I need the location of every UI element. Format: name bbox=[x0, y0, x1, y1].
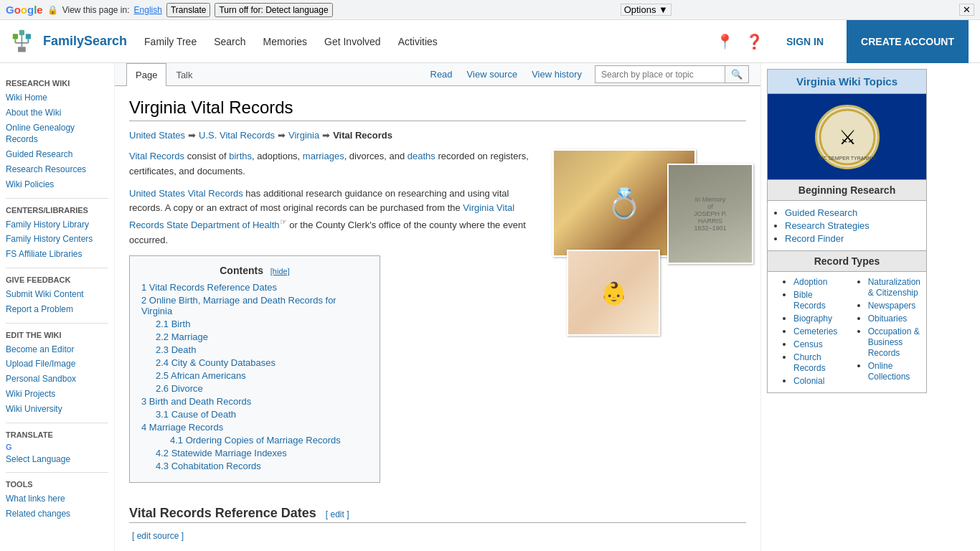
language-link[interactable]: English bbox=[134, 5, 162, 15]
select-language-link[interactable]: Select Language bbox=[6, 452, 108, 467]
search-button[interactable]: 🔍 bbox=[725, 66, 748, 83]
breadcrumb-united-states[interactable]: United States bbox=[129, 130, 185, 141]
edit-link-ref-dates[interactable]: [ edit ] bbox=[326, 509, 349, 519]
sidebar-item-wiki-university[interactable]: Wiki University bbox=[6, 402, 108, 417]
contents-link-2-3[interactable]: 2.3 Death bbox=[156, 344, 196, 355]
sidebar-item-related-changes[interactable]: Related changes bbox=[6, 507, 108, 522]
online-collections-link[interactable]: Online Collections bbox=[868, 361, 910, 382]
breadcrumb-us-vital[interactable]: U.S. Vital Records bbox=[199, 130, 275, 141]
nav-memories[interactable]: Memories bbox=[263, 33, 307, 50]
help-icon-button[interactable]: ❓ bbox=[745, 33, 763, 50]
virginia-dept-link[interactable]: Virginia Vital Records State Department … bbox=[129, 202, 514, 230]
sidebar-item-online-genealogy[interactable]: Online Genealogy Records bbox=[6, 121, 108, 148]
sidebar-item-about-wiki[interactable]: About the Wiki bbox=[6, 105, 108, 121]
section-heading-ref-dates: Vital Records Reference Dates [ edit ] bbox=[129, 506, 746, 523]
turn-off-button[interactable]: Turn off for: Detect language bbox=[215, 3, 332, 17]
contents-item-1: 1 Vital Records Reference Dates bbox=[141, 282, 368, 293]
church-records-link[interactable]: Church Records bbox=[793, 352, 826, 373]
sidebar-item-become-editor[interactable]: Become an Editor bbox=[6, 342, 108, 357]
contents-item-3: 3 Birth and Death Records 3.1 Cause of D… bbox=[141, 396, 368, 420]
sidebar-item-family-history-library[interactable]: Family History Library bbox=[6, 217, 108, 232]
bible-records-link[interactable]: Bible Records bbox=[793, 290, 826, 311]
options-button[interactable]: Options ▼ bbox=[621, 4, 672, 16]
research-strategies-link[interactable]: Research Strategies bbox=[785, 220, 870, 231]
sidebar-item-wiki-policies[interactable]: Wiki Policies bbox=[6, 177, 108, 192]
tab-view-source[interactable]: View source bbox=[460, 63, 525, 85]
sign-in-button[interactable]: SIGN IN bbox=[775, 36, 835, 47]
colonial-link[interactable]: Colonial bbox=[793, 376, 824, 386]
contents-link-2-2[interactable]: 2.2 Marriage bbox=[156, 331, 208, 342]
google-logo: Google bbox=[6, 4, 43, 16]
nav-icons: 📍 ❓ SIGN IN CREATE ACCOUNT bbox=[716, 20, 969, 63]
contents-link-1[interactable]: 1 Vital Records Reference Dates bbox=[141, 282, 277, 293]
sidebar-item-wiki-projects[interactable]: Wiki Projects bbox=[6, 387, 108, 402]
contents-link-2-6[interactable]: 2.6 Divorce bbox=[156, 383, 203, 394]
vital-records-link[interactable]: Vital Records bbox=[129, 151, 184, 161]
sidebar-item-fs-affiliate[interactable]: FS Affiliate Libraries bbox=[6, 247, 108, 262]
contents-item-2-4: 2.4 City & County Databases bbox=[156, 357, 368, 368]
contents-link-4[interactable]: 4 Marriage Records bbox=[141, 422, 223, 433]
contents-sublist-2: 2.1 Birth 2.2 Marriage 2.3 Death 2.4 Cit… bbox=[156, 319, 368, 394]
biography-link[interactable]: Biography bbox=[793, 314, 832, 324]
nav-activities[interactable]: Activities bbox=[398, 33, 438, 50]
sidebar-divider-1 bbox=[6, 198, 108, 199]
contents-link-4-2[interactable]: 4.2 Statewide Marriage Indexes bbox=[156, 448, 287, 458]
contents-link-3[interactable]: 3 Birth and Death Records bbox=[141, 396, 251, 407]
location-icon-button[interactable]: 📍 bbox=[716, 33, 734, 50]
contents-link-2-4[interactable]: 2.4 City & County Databases bbox=[156, 357, 275, 368]
content-and-right: Page Talk Read View source View history … bbox=[115, 63, 980, 551]
record-finder-link[interactable]: Record Finder bbox=[785, 233, 844, 244]
nav-search[interactable]: Search bbox=[214, 33, 245, 50]
cemeteries-link[interactable]: Cemeteries bbox=[793, 326, 837, 336]
sidebar-item-submit-wiki[interactable]: Submit Wiki Content bbox=[6, 287, 108, 302]
nav-family-tree[interactable]: Family Tree bbox=[144, 33, 197, 50]
search-input[interactable] bbox=[595, 67, 725, 83]
logo-link[interactable]: FamilySearch bbox=[11, 29, 127, 55]
sidebar-item-report-problem[interactable]: Report a Problem bbox=[6, 302, 108, 317]
contents-link-3-1[interactable]: 3.1 Cause of Death bbox=[156, 409, 236, 420]
photo-collage: 💍 In MemoryofJOSEPH P.HARRIS1832–1901 👶 bbox=[545, 149, 746, 343]
marriages-link[interactable]: marriages bbox=[303, 151, 344, 161]
nav-get-involved[interactable]: Get Involved bbox=[324, 33, 381, 50]
record-types-left-list: Adoption Bible Records Biography Cemeter… bbox=[773, 276, 845, 388]
sidebar-section-edit: Edit the Wiki bbox=[6, 331, 108, 339]
occupation-link[interactable]: Occupation & Business Records bbox=[868, 326, 920, 358]
create-account-button[interactable]: CREATE ACCOUNT bbox=[847, 20, 969, 63]
list-item-census: Census bbox=[793, 339, 845, 349]
tab-talk[interactable]: Talk bbox=[166, 63, 202, 86]
sidebar-item-upload-file[interactable]: Upload File/Image bbox=[6, 357, 108, 372]
contents-link-2[interactable]: 2 Online Birth, Marriage and Death Recor… bbox=[141, 295, 336, 316]
select-language-widget[interactable]: G Select Language bbox=[6, 442, 108, 467]
edit-source-link[interactable]: [ edit source ] bbox=[132, 531, 184, 541]
newspapers-link[interactable]: Newspapers bbox=[868, 301, 916, 311]
obituaries-link[interactable]: Obituaries bbox=[868, 314, 908, 324]
naturalization-link[interactable]: Naturalization & Citizenship bbox=[868, 277, 920, 298]
contents-link-2-1[interactable]: 2.1 Birth bbox=[156, 319, 190, 329]
us-vital-records-link[interactable]: United States Vital Records bbox=[129, 188, 243, 199]
deaths-link[interactable]: deaths bbox=[407, 151, 435, 161]
contents-item-4: 4 Marriage Records 4.1 Ordering Copies o… bbox=[141, 422, 368, 471]
close-translate-button[interactable]: ✕ bbox=[959, 4, 974, 16]
births-link[interactable]: births bbox=[229, 151, 252, 161]
contents-link-2-5[interactable]: 2.5 African Americans bbox=[156, 370, 246, 381]
list-item-church-records: Church Records bbox=[793, 352, 845, 373]
breadcrumb-virginia[interactable]: Virginia bbox=[288, 130, 319, 141]
tab-view-history[interactable]: View history bbox=[524, 63, 589, 85]
hide-contents-link[interactable]: [hide] bbox=[270, 267, 290, 276]
translate-button[interactable]: Translate bbox=[166, 3, 211, 17]
tab-page[interactable]: Page bbox=[126, 63, 166, 86]
sidebar-item-guided-research[interactable]: Guided Research bbox=[6, 147, 108, 162]
article: Virginia Vital Records United States ➡ U… bbox=[115, 86, 760, 551]
sidebar-item-family-history-centers[interactable]: Family History Centers bbox=[6, 232, 108, 247]
census-link[interactable]: Census bbox=[793, 339, 823, 349]
contents-link-4-1[interactable]: 4.1 Ordering Copies of Marriage Records bbox=[170, 435, 341, 446]
sidebar-item-wiki-home[interactable]: Wiki Home bbox=[6, 90, 108, 105]
sidebar-item-what-links[interactable]: What links here bbox=[6, 491, 108, 507]
sidebar-item-research-resources[interactable]: Research Resources bbox=[6, 162, 108, 177]
contents-link-4-3[interactable]: 4.3 Cohabitation Records bbox=[156, 461, 261, 471]
svg-rect-0 bbox=[13, 34, 18, 39]
guided-research-link[interactable]: Guided Research bbox=[785, 207, 857, 218]
sidebar-item-personal-sandbox[interactable]: Personal Sandbox bbox=[6, 372, 108, 387]
tab-read[interactable]: Read bbox=[423, 63, 460, 85]
adoption-link[interactable]: Adoption bbox=[793, 277, 827, 287]
